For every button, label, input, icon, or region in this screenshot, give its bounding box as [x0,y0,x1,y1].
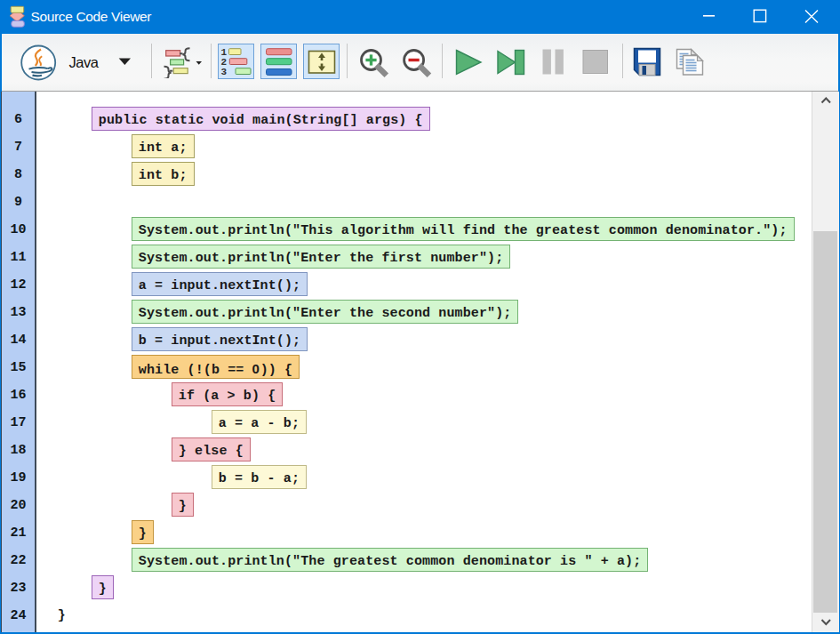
svg-text:3: 3 [221,67,228,77]
